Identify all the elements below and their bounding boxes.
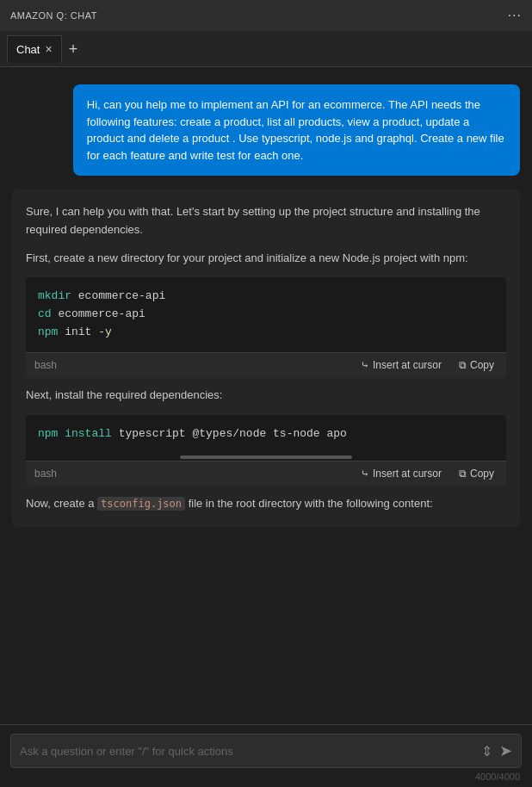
assistant-para-2: First, create a new directory for your p…	[26, 250, 506, 268]
send-button[interactable]: ➤	[499, 741, 512, 760]
new-tab-button[interactable]: +	[62, 38, 85, 60]
insert-label-1: Insert at cursor	[373, 359, 442, 371]
code-block-2-body: npm install typescript @types/node ts-no…	[26, 415, 506, 454]
header: AMAZON Q: CHAT ···	[0, 0, 532, 31]
more-options-icon[interactable]: ···	[508, 8, 522, 23]
insert-icon-1: ⤷	[361, 359, 369, 371]
assistant-para-4: Now, create a tsconfig.json file in the …	[26, 495, 506, 513]
copy-label-2: Copy	[470, 468, 494, 480]
expand-input-button[interactable]: ⇕	[481, 743, 492, 759]
code-block-1: mkdir ecommerce-api cd ecommerce-api npm…	[26, 277, 506, 378]
copy-icon-1: ⧉	[459, 359, 467, 371]
copy-button-1[interactable]: ⧉ Copy	[455, 357, 498, 373]
code-block-2-scrollbar[interactable]	[26, 454, 506, 461]
input-row: ⇕ ➤	[10, 734, 522, 768]
copy-icon-2: ⧉	[459, 468, 467, 480]
code-actions-2: ⤷ Insert at cursor ⧉ Copy	[357, 466, 498, 481]
tab-chat[interactable]: Chat ×	[7, 35, 62, 63]
assistant-para-3: Next, install the required dependencies:	[26, 387, 506, 405]
code-block-1-footer: bash ⤷ Insert at cursor ⧉ Copy	[26, 352, 506, 378]
user-message-wrapper: Hi, can you help me to implement an API …	[0, 77, 532, 183]
code-lang-1: bash	[34, 357, 57, 374]
assistant-para-1: Sure, I can help you with that. Let's st…	[26, 203, 506, 239]
copy-label-1: Copy	[470, 359, 494, 371]
insert-icon-2: ⤷	[361, 468, 369, 480]
tsconfig-inline-code: tsconfig.json	[97, 497, 185, 511]
insert-at-cursor-button-1[interactable]: ⤷ Insert at cursor	[357, 357, 445, 373]
tab-chat-label: Chat	[16, 43, 40, 56]
tab-close-button[interactable]: ×	[45, 43, 52, 55]
code-lang-2: bash	[34, 466, 57, 482]
char-count: 4000/4000	[10, 772, 522, 782]
insert-label-2: Insert at cursor	[373, 468, 442, 480]
input-area: ⇕ ➤ 4000/4000	[0, 724, 532, 787]
chat-input[interactable]	[20, 745, 474, 758]
code-actions-1: ⤷ Insert at cursor ⧉ Copy	[357, 357, 498, 373]
tab-bar: Chat × +	[0, 31, 532, 67]
chat-area: Hi, can you help me to implement an API …	[0, 67, 532, 724]
assistant-message: Sure, I can help you with that. Let's st…	[12, 189, 520, 527]
code-block-2: npm install typescript @types/node ts-no…	[26, 415, 506, 486]
copy-button-2[interactable]: ⧉ Copy	[455, 466, 498, 481]
insert-at-cursor-button-2[interactable]: ⤷ Insert at cursor	[357, 466, 445, 481]
header-title: AMAZON Q: CHAT	[10, 10, 97, 21]
user-message: Hi, can you help me to implement an API …	[73, 84, 520, 176]
code-block-2-footer: bash ⤷ Insert at cursor ⧉ Copy	[26, 461, 506, 486]
code-block-1-body: mkdir ecommerce-api cd ecommerce-api npm…	[26, 277, 506, 351]
